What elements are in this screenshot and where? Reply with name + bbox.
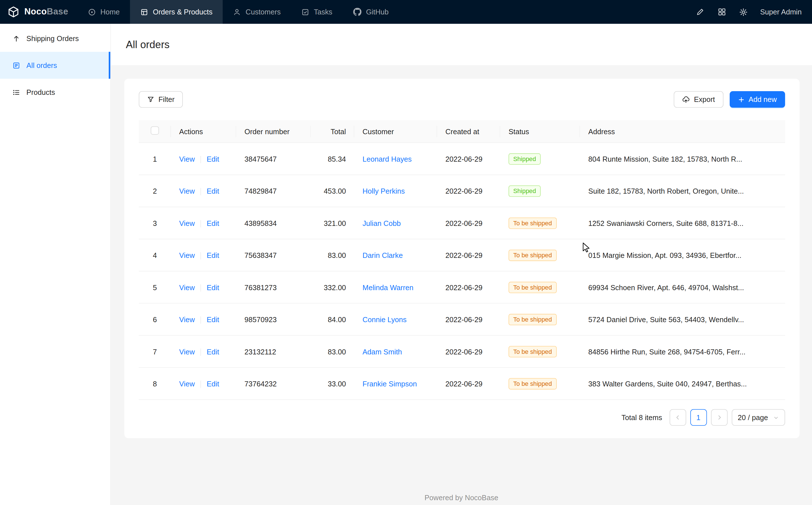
- action-divider: [201, 220, 201, 227]
- arrow-up-icon: [12, 34, 20, 42]
- column-header-order-number: Order number: [236, 120, 311, 143]
- total-cell: 85.34: [311, 143, 354, 175]
- address-cell: 5724 Daniel Drive, Suite 563, 54403, Wen…: [580, 303, 785, 335]
- nav-item-label: GitHub: [366, 8, 389, 16]
- status-cell: To be shipped: [500, 239, 580, 271]
- table-row: 2ViewEdit74829847453.00Holly Perkins2022…: [139, 175, 785, 207]
- action-divider: [201, 156, 201, 163]
- select-all-checkbox[interactable]: [151, 126, 159, 135]
- table-row: 7ViewEdit2313211283.00Adam Smith2022-06-…: [139, 335, 785, 367]
- customer-cell: Leonard Hayes: [354, 143, 437, 175]
- status-cell: Shipped: [500, 143, 580, 175]
- customer-link[interactable]: Darin Clarke: [362, 251, 402, 259]
- edit-link[interactable]: Edit: [207, 283, 219, 291]
- view-link[interactable]: View: [179, 155, 195, 163]
- action-divider: [201, 284, 201, 292]
- view-link[interactable]: View: [179, 219, 195, 227]
- customer-link[interactable]: Melinda Warren: [362, 283, 414, 291]
- edit-link[interactable]: Edit: [207, 219, 219, 227]
- nav-item-tasks[interactable]: Tasks: [291, 0, 343, 24]
- nav-item-label: Customers: [246, 8, 281, 16]
- order-number-cell: 76381273: [236, 271, 311, 303]
- customer-link[interactable]: Leonard Hayes: [362, 155, 412, 163]
- row-index: 2: [139, 175, 171, 207]
- nav-item-label: Orders & Products: [153, 8, 213, 16]
- page-1-button[interactable]: 1: [690, 409, 707, 426]
- customer-link[interactable]: Holly Perkins: [362, 187, 405, 195]
- orders-icon: [140, 8, 148, 16]
- row-index: 3: [139, 207, 171, 239]
- nav-item-github[interactable]: GitHub: [343, 0, 399, 24]
- created-at-cell: 2022-06-29: [437, 175, 500, 207]
- total-cell: 84.00: [311, 303, 354, 335]
- actions-cell: ViewEdit: [171, 143, 236, 175]
- address-cell: 84856 Hirthe Run, Suite 268, 94754-6705,…: [580, 335, 785, 367]
- column-header-address: Address: [580, 120, 785, 143]
- sidebar-item-all-orders[interactable]: All orders: [0, 52, 110, 79]
- total-cell: 453.00: [311, 175, 354, 207]
- edit-link[interactable]: Edit: [207, 379, 219, 387]
- total-cell: 83.00: [311, 239, 354, 271]
- order-number-cell: 74829847: [236, 175, 311, 207]
- customer-link[interactable]: Connie Lyons: [362, 315, 407, 323]
- highlighter-icon[interactable]: [692, 4, 709, 20]
- add-new-button[interactable]: Add new: [729, 91, 785, 108]
- created-at-cell: 2022-06-29: [437, 239, 500, 271]
- sidebar-item-label: Shipping Orders: [26, 34, 79, 42]
- order-number-cell: 75638347: [236, 239, 311, 271]
- sidebar-item-shipping-orders[interactable]: Shipping Orders: [0, 25, 110, 52]
- edit-link[interactable]: Edit: [207, 251, 219, 259]
- customer-link[interactable]: Julian Cobb: [362, 219, 400, 227]
- select-all-header: [139, 120, 171, 143]
- row-index: 6: [139, 303, 171, 335]
- pagination-total: Total 8 items: [621, 413, 662, 422]
- sidebar: Shipping Orders All orders Products: [0, 24, 111, 505]
- nav-item-customers[interactable]: Customers: [223, 0, 291, 24]
- cloud-upload-icon: [682, 96, 690, 103]
- view-link[interactable]: View: [179, 379, 195, 387]
- table-row: 5ViewEdit76381273332.00Melinda Warren202…: [139, 271, 785, 303]
- total-cell: 83.00: [311, 335, 354, 367]
- row-index: 7: [139, 335, 171, 367]
- table-toolbar: Filter Export Add: [139, 91, 785, 108]
- status-cell: Shipped: [500, 175, 580, 207]
- column-header-customer: Customer: [354, 120, 437, 143]
- customers-icon: [233, 8, 241, 16]
- settings-gear-icon[interactable]: [735, 4, 752, 20]
- column-header-created-at: Created at: [437, 120, 500, 143]
- brand[interactable]: NocoBase: [0, 6, 77, 18]
- row-index: 1: [139, 143, 171, 175]
- row-index: 4: [139, 239, 171, 271]
- view-link[interactable]: View: [179, 347, 195, 356]
- created-at-cell: 2022-06-29: [437, 271, 500, 303]
- filter-button[interactable]: Filter: [139, 91, 183, 108]
- page-size-select[interactable]: 20 / page: [732, 409, 785, 426]
- actions-cell: ViewEdit: [171, 175, 236, 207]
- edit-link[interactable]: Edit: [207, 155, 219, 163]
- address-cell: 69934 Schoen River, Apt. 646, 49704, Wal…: [580, 271, 785, 303]
- customer-cell: Julian Cobb: [354, 207, 437, 239]
- customer-cell: Darin Clarke: [354, 239, 437, 271]
- status-badge: Shipped: [508, 153, 541, 165]
- next-page-button[interactable]: [711, 409, 728, 426]
- view-link[interactable]: View: [179, 187, 195, 195]
- customer-link[interactable]: Frankie Simpson: [362, 379, 417, 387]
- export-button[interactable]: Export: [673, 91, 723, 108]
- nav-item-orders-products[interactable]: Orders & Products: [130, 0, 223, 24]
- actions-cell: ViewEdit: [171, 271, 236, 303]
- user-menu[interactable]: Super Admin: [760, 8, 802, 16]
- customer-link[interactable]: Adam Smith: [362, 347, 402, 356]
- edit-link[interactable]: Edit: [207, 347, 219, 356]
- apps-grid-icon[interactable]: [714, 4, 730, 20]
- sidebar-item-products[interactable]: Products: [0, 79, 110, 106]
- nocobase-logo-icon: [7, 6, 20, 18]
- edit-link[interactable]: Edit: [207, 315, 219, 323]
- nav-item-home[interactable]: Home: [77, 0, 130, 24]
- status-cell: To be shipped: [500, 271, 580, 303]
- edit-link[interactable]: Edit: [207, 187, 219, 195]
- view-link[interactable]: View: [179, 315, 195, 323]
- prev-page-button[interactable]: [669, 409, 686, 426]
- view-link[interactable]: View: [179, 283, 195, 291]
- view-link[interactable]: View: [179, 251, 195, 259]
- page-title: All orders: [126, 38, 170, 50]
